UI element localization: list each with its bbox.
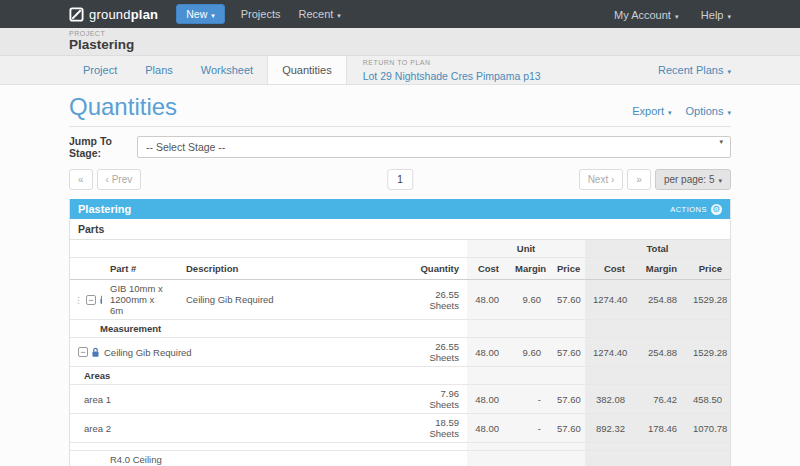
col-header-total-price: Price [685, 258, 730, 280]
spacer-row [70, 443, 730, 451]
tab-project[interactable]: Project [69, 56, 131, 84]
chevron-down-icon: ▾ [337, 12, 341, 19]
return-to-plan-block: RETURN TO PLAN Lot 29 Nightshade Cres Pi… [347, 56, 541, 84]
table-row-part-gib: ⋮− GIB 10mm x1200mm x 6m Ceiling Gib Req… [70, 280, 730, 320]
new-button[interactable]: New▾ [176, 4, 225, 24]
cell-area-name: area 2 [70, 414, 330, 443]
section-unit-fill [467, 367, 585, 385]
stage-select[interactable]: -- Select Stage -- ▾ [137, 136, 731, 158]
cell-total-margin: 178.46 [633, 414, 685, 443]
export-dropdown[interactable]: Export▾ [632, 105, 671, 117]
cell-total-margin: 76.42 [633, 385, 685, 414]
return-to-plan-eyebrow: RETURN TO PLAN [363, 59, 541, 66]
cell-total-cost: 1274.40 [585, 280, 633, 320]
cell-unit-margin: 9.60 [507, 280, 549, 320]
col-header-description: Description [178, 258, 330, 280]
options-dropdown[interactable]: Options▾ [686, 105, 731, 117]
nav-recent[interactable]: Recent▾ [299, 8, 341, 20]
gear-icon: ⚙ [711, 204, 722, 215]
page-title: Quantities [69, 95, 177, 119]
chevron-down-icon: ▾ [727, 68, 731, 75]
spacer-unit-fill [467, 443, 585, 451]
nav-help[interactable]: Help▾ [701, 9, 731, 21]
per-page-dropdown[interactable]: per page: 5▾ [655, 169, 731, 190]
cell-total-cost: 382.08 [585, 385, 633, 414]
cell-total-price: 1176.60 [685, 451, 730, 466]
tab-plans[interactable]: Plans [131, 56, 187, 84]
page-current-button[interactable]: 1 [387, 169, 413, 190]
page-prev-button[interactable]: ‹ Prev [97, 169, 142, 190]
cell-unit-margin: 5.20 [507, 451, 549, 466]
chevron-down-icon: ▾ [727, 13, 731, 20]
cell-unit-cost: 48.00 [467, 280, 507, 320]
project-band: PROJECT Plastering [0, 28, 800, 56]
page-next-button[interactable]: Next › [579, 169, 624, 190]
col-header-unit-price: Price [549, 258, 585, 280]
cell-quantity: 26.55Sheets [330, 280, 467, 320]
cell-total-price: 1529.28 [685, 280, 730, 320]
cell-description: Ceiling Gib Required [178, 280, 330, 320]
cell-total-margin: 254.88 [633, 338, 685, 367]
tab-quantities[interactable]: Quantities [267, 56, 347, 84]
group-header-row: Unit Total [70, 240, 730, 258]
project-title: Plastering [69, 37, 731, 52]
panel-header: Plastering ACTIONS ⚙ [70, 199, 730, 219]
chevron-down-icon: ▾ [211, 12, 215, 19]
section-row-areas: Areas [70, 367, 730, 385]
actions-button[interactable]: ACTIONS ⚙ [670, 204, 722, 215]
groundplan-logo-icon [69, 7, 84, 22]
cell-total-cost: 1069.64 [585, 451, 633, 466]
brand-logo[interactable]: groundplan [69, 7, 158, 22]
col-header-total-cost: Cost [585, 258, 633, 280]
cell-quantity: 20.57 Bags [330, 451, 467, 466]
nav-right-group: My Account▾ Help▾ [614, 5, 731, 23]
tab-band-spacer [541, 56, 658, 84]
nav-my-account[interactable]: My Account▾ [614, 9, 678, 21]
cell-part-number: R4.0 Ceiling 580 W *1160 L [102, 451, 178, 466]
project-eyebrow: PROJECT [69, 30, 731, 37]
col-header-unit-margin: Margin [507, 258, 549, 280]
recent-plans-dropdown[interactable]: Recent Plans▾ [658, 56, 731, 84]
col-header-quantity: Quantity [330, 258, 467, 280]
page-last-button[interactable]: » [627, 169, 651, 190]
group-header-unit: Unit [467, 240, 585, 258]
cell-total-price: 1070.78 [685, 414, 730, 443]
cell-unit-cost: 48.00 [467, 385, 507, 414]
nav-projects[interactable]: Projects [241, 8, 281, 20]
cell-total-cost: 1274.40 [585, 338, 633, 367]
pagination: « ‹ Prev 1 Next › » per page: 5▾ [69, 168, 731, 190]
cell-unit-margin: - [507, 414, 549, 443]
parts-section-label: Parts [70, 219, 730, 240]
spacer-cell [70, 443, 467, 451]
jump-to-stage-row: Jump To Stage: -- Select Stage -- ▾ [69, 135, 731, 159]
cell-measurement-name: −Ceiling Gib Required [70, 338, 330, 367]
lock-icon [99, 294, 102, 305]
plastering-panel: Plastering ACTIONS ⚙ Parts Unit Total Pa… [69, 199, 731, 466]
jump-to-stage-label: Jump To Stage: [69, 135, 137, 159]
tab-worksheet[interactable]: Worksheet [187, 56, 267, 84]
collapse-icon[interactable]: − [86, 295, 96, 305]
cell-unit-margin: - [507, 385, 549, 414]
page-first-button[interactable]: « [69, 169, 93, 190]
cell-total-margin: 106.96 [633, 451, 685, 466]
chevron-down-icon: ▾ [675, 13, 679, 20]
collapse-icon[interactable]: − [78, 347, 88, 357]
column-header-row: Part # Description Quantity Cost Margin … [70, 258, 730, 280]
section-row-measurement: Measurement [70, 320, 730, 338]
cell-total-price: 1529.28 [685, 338, 730, 367]
panel-title: Plastering [78, 203, 131, 215]
cell-unit-price: 57.60 [549, 414, 585, 443]
row-icons: ⋮− [70, 280, 102, 320]
section-label-areas: Areas [70, 367, 467, 385]
col-header-part: Part # [102, 258, 178, 280]
cell-quantity: 7.96Sheets [330, 385, 467, 414]
return-to-plan-link[interactable]: Lot 29 Nightshade Cres Pimpama p13 [363, 70, 541, 82]
group-header-total: Total [585, 240, 730, 258]
cell-area-name: area 1 [70, 385, 330, 414]
row-icons: ⋮+ [70, 451, 102, 466]
section-total-fill [585, 367, 730, 385]
drag-handle-icon[interactable]: ⋮ [74, 295, 83, 305]
col-header-unit-cost: Cost [467, 258, 507, 280]
table-row-part-r40: ⋮+ R4.0 Ceiling 580 W *1160 L Ceiling Ba… [70, 451, 730, 466]
cell-unit-cost: 52.00 [467, 451, 507, 466]
